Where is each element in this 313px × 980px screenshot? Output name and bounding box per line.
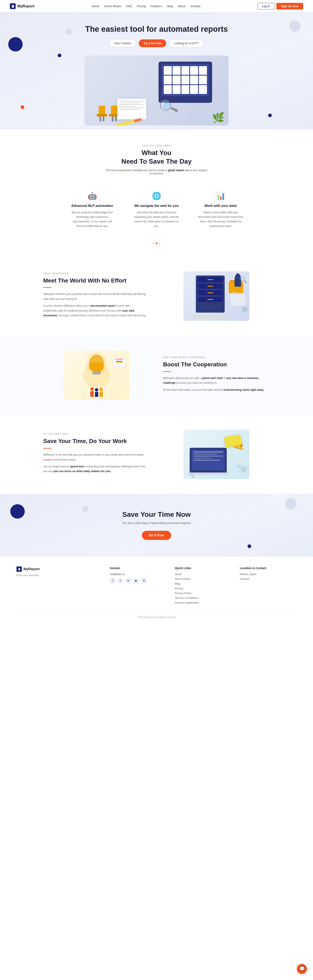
features-tag: SPECIAL FEATURES xyxy=(10,145,303,147)
how-it-works-button[interactable]: How it Works xyxy=(110,39,136,47)
hero-buttons: How it Works Try it for Free Looking for… xyxy=(10,39,303,47)
advantage-section-2: AND TAKE MORE ADVANTAGE Boost The Cooper… xyxy=(0,336,313,415)
cta-button[interactable]: Go It Free xyxy=(142,531,171,540)
features-pagination xyxy=(10,243,303,244)
footer-link-about[interactable]: About xyxy=(175,573,232,576)
footer-location-title: Location & Contact xyxy=(240,566,297,570)
social-mail-icon[interactable]: ✉ xyxy=(141,578,147,584)
cta-deco-blue-bottom xyxy=(248,544,251,548)
navigation: 📋 MyReport Home How it Works FAQ Pricing… xyxy=(0,0,313,12)
advantage-para-2a: MyReport will provide you with a quick-s… xyxy=(163,375,270,385)
cta-title: Save Your Time Now xyxy=(10,511,303,519)
footer-inner: 📋 MyReport Enter your time here... Socia… xyxy=(16,566,297,606)
nav-pricing[interactable]: Pricing xyxy=(137,5,146,8)
nav-about[interactable]: About xyxy=(178,5,186,8)
advantage-section-1: TAKE ADVANTAGE Meet The World With No Ef… xyxy=(0,256,313,336)
advantage-image-1: 🔍 ⚙️ xyxy=(163,271,270,321)
footer-copyright: 2022 AllReports All rights reserved xyxy=(16,612,297,619)
social-youtube-icon[interactable]: ▶ xyxy=(133,578,139,584)
feature-card-data: 📊 Work with your data! Share a drive fol… xyxy=(192,185,249,235)
cta-deco-blue-left xyxy=(10,504,25,519)
dot-2[interactable] xyxy=(156,243,157,244)
nav-blog[interactable]: Blog xyxy=(167,5,173,8)
advantage-para-2b: So the topic information is put on the t… xyxy=(163,387,270,392)
cta-deco-gray-right xyxy=(285,498,297,509)
footer-link-privacy[interactable]: Privacy Policy xyxy=(175,592,232,595)
feature-title-web: We navigate the web for you xyxy=(133,204,180,208)
footer-location-city[interactable]: Madrid, Spain xyxy=(240,573,297,576)
advantage-image-2 xyxy=(43,350,150,400)
advantage-inner-2: AND TAKE MORE ADVANTAGE Boost The Cooper… xyxy=(43,350,270,400)
advantage-tag-2: AND TAKE MORE ADVANTAGE xyxy=(163,356,270,358)
footer-contact-link[interactable]: Contact xyxy=(240,578,297,581)
login-button[interactable]: Log In xyxy=(257,3,274,10)
brand-logo[interactable]: 📋 MyReport xyxy=(10,3,34,9)
laptop-illustration: 🤙 ⚙️ ⚙️ 🔍 xyxy=(183,430,249,479)
feature-title-nlp: Advanced NLP automation xyxy=(68,204,116,208)
footer-location-col: Location & Contact Madrid, Spain Contact xyxy=(240,566,297,606)
lightbulb-illustration xyxy=(64,350,130,400)
footer-tagline: Enter your time here... xyxy=(16,574,102,577)
advantage-para-1a: MyReport receives your question text sur… xyxy=(43,291,150,301)
footer-link-terms[interactable]: Terms & Conditions xyxy=(175,596,232,600)
dot-1[interactable] xyxy=(153,243,154,244)
try-for-free-button[interactable]: Try it for Free xyxy=(139,39,166,47)
footer-brand-name: MyReport xyxy=(24,567,40,571)
feature-desc-web: Just enter the idea and a free text expl… xyxy=(133,210,180,228)
footer-link-blog[interactable]: Blog xyxy=(175,582,232,585)
social-linkedin-icon[interactable]: in xyxy=(126,578,131,584)
advantage-title-1: Meet The World With No Effort xyxy=(43,277,150,285)
nav-contact[interactable]: Contact xyxy=(191,5,200,8)
advantage-text-3: IN THE EASY WAY Save Your Time, Do Your … xyxy=(43,433,150,476)
advantage-para-3a: MyReport is the tool that puts you advan… xyxy=(43,452,150,462)
feature-title-data: Work with your data! xyxy=(197,204,245,208)
feature-icon-web: 🌐 xyxy=(133,192,180,200)
footer-logo-icon: 📋 xyxy=(16,566,22,572)
hero-illustration: 🔍 🌿 xyxy=(84,56,229,126)
footer-socials-col: Socials info@site.co f t in ▶ ✉ xyxy=(110,566,167,606)
footer-link-services[interactable]: Services Agreement xyxy=(175,601,232,604)
footer-link-pricing[interactable]: Pricing xyxy=(175,587,232,590)
footer-brand: 📋 MyReport Enter your time here... xyxy=(16,566,102,606)
hero-document xyxy=(118,99,146,119)
footer-link-how-it-works[interactable]: How it Works xyxy=(175,578,232,581)
signup-button[interactable]: Sign Up Now xyxy=(276,3,303,10)
advantage-title-2: Boost The Cooperation xyxy=(163,361,270,368)
monitor-screen xyxy=(162,64,209,96)
footer-email: info@site.co xyxy=(110,573,167,576)
nav-product[interactable]: Product xyxy=(151,5,162,8)
deco-circle-gray-right xyxy=(289,21,301,32)
advantage-title-3: Save Your Time, Do Your Work xyxy=(43,437,150,445)
deco-dot-gray-1 xyxy=(66,29,71,35)
nav-home[interactable]: Home xyxy=(92,5,99,8)
hero-title: The easiest tool for automated reports xyxy=(10,25,303,33)
nav-actions: Log In Sign Up Now xyxy=(257,3,303,10)
advantage-divider-1 xyxy=(43,287,51,288)
files-illustration: 🔍 ⚙️ xyxy=(183,271,249,321)
nav-faq[interactable]: FAQ xyxy=(126,5,132,8)
advantage-text-2: AND TAKE MORE ADVANTAGE Boost The Cooper… xyxy=(163,356,270,394)
feature-card-nlp: 🤖 Advanced NLP automation We are using t… xyxy=(64,185,121,235)
social-facebook-icon[interactable]: f xyxy=(110,578,116,584)
hero-monitor xyxy=(159,62,212,103)
features-subtitle: The best augmented intelligence tool to … xyxy=(105,169,208,175)
nav-how-it-works[interactable]: How it Works xyxy=(104,5,121,8)
cta-subtitle: You are a click away of generating autom… xyxy=(10,521,303,525)
cta-section: Save Your Time Now You are a click away … xyxy=(0,494,313,556)
hero-plant: 🌿 xyxy=(212,112,224,123)
footer: 📋 MyReport Enter your time here... Socia… xyxy=(0,556,313,623)
logo-icon: 📋 xyxy=(10,3,16,9)
features-cards: 🤖 Advanced NLP automation We are using t… xyxy=(10,185,303,235)
feature-icon-data: 📊 xyxy=(197,192,245,200)
feature-desc-nlp: We are using the cutting edge NLP techno… xyxy=(68,210,116,228)
footer-quick-links-title: Quick Links xyxy=(175,566,232,570)
advantage-divider-3 xyxy=(43,448,51,449)
social-twitter-icon[interactable]: t xyxy=(118,578,123,584)
advantage-image-3: 🤙 ⚙️ ⚙️ 🔍 xyxy=(163,430,270,479)
looking-for-gpt-button[interactable]: Looking for a GPT? xyxy=(169,39,203,47)
advantage-tag-3: IN THE EASY WAY xyxy=(43,433,150,435)
footer-logo: 📋 MyReport xyxy=(16,566,102,572)
brand-name: MyReport xyxy=(17,4,34,8)
dot-3[interactable] xyxy=(159,243,160,244)
deco-dot-blue-2 xyxy=(268,113,272,117)
